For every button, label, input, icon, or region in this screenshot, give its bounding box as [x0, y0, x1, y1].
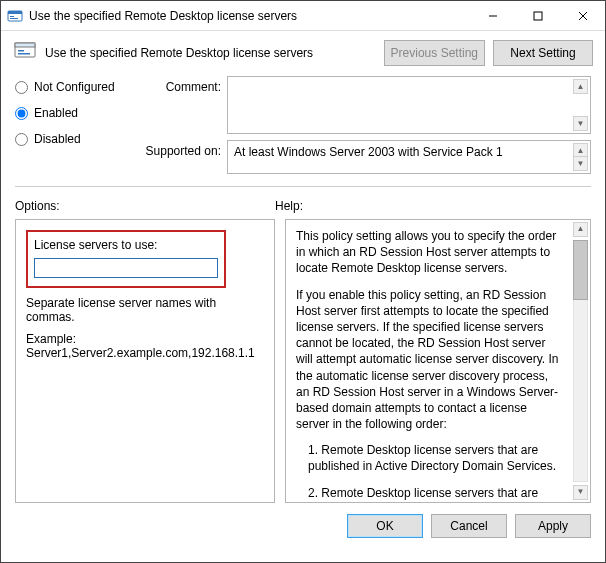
help-paragraph-1: This policy setting allows you to specif…: [296, 228, 562, 277]
svg-rect-10: [18, 50, 24, 52]
maximize-button[interactable]: [515, 1, 560, 30]
mid-body: License servers to use: Separate license…: [1, 219, 605, 503]
radio-not-configured-input[interactable]: [15, 81, 28, 94]
radio-not-configured[interactable]: Not Configured: [15, 80, 135, 94]
chevron-up-icon[interactable]: ▲: [573, 79, 588, 94]
help-list-item-1: 1. Remote Desktop license servers that a…: [296, 442, 562, 474]
chevron-up-icon[interactable]: ▲: [573, 222, 588, 237]
setting-icon: [13, 39, 37, 66]
help-heading: Help:: [275, 199, 591, 213]
chevron-down-icon[interactable]: ▼: [573, 116, 588, 131]
window-controls: [470, 1, 605, 30]
titlebar: Use the specified Remote Desktop license…: [1, 1, 605, 31]
previous-setting-button[interactable]: Previous Setting: [384, 40, 485, 66]
radio-disabled[interactable]: Disabled: [15, 132, 135, 146]
divider: [15, 186, 591, 187]
options-panel: License servers to use: Separate license…: [15, 219, 275, 503]
radio-disabled-label: Disabled: [34, 132, 81, 146]
chevron-down-icon[interactable]: ▼: [573, 485, 588, 500]
config-grid: Not Configured Enabled Disabled Comment:…: [1, 76, 605, 174]
comment-label: Comment:: [141, 76, 221, 134]
supported-on-text: At least Windows Server 2003 with Servic…: [234, 145, 503, 159]
radio-not-configured-label: Not Configured: [34, 80, 115, 94]
help-panel[interactable]: This policy setting allows you to specif…: [285, 219, 591, 503]
minimize-button[interactable]: [470, 1, 515, 30]
cancel-button[interactable]: Cancel: [431, 514, 507, 538]
radio-disabled-input[interactable]: [15, 133, 28, 146]
comment-textarea[interactable]: ▲ ▼: [227, 76, 591, 134]
chevron-down-icon[interactable]: ▼: [573, 156, 588, 171]
license-servers-input[interactable]: [34, 258, 218, 278]
svg-rect-1: [8, 11, 22, 14]
license-hint-1: Separate license server names with comma…: [26, 296, 264, 324]
next-setting-button[interactable]: Next Setting: [493, 40, 593, 66]
setting-title: Use the specified Remote Desktop license…: [45, 46, 376, 60]
svg-rect-5: [534, 12, 542, 20]
svg-rect-2: [10, 16, 14, 17]
apply-button[interactable]: Apply: [515, 514, 591, 538]
help-paragraph-2: If you enable this policy setting, an RD…: [296, 287, 562, 433]
svg-rect-9: [15, 43, 35, 47]
ok-button[interactable]: OK: [347, 514, 423, 538]
options-heading: Options:: [15, 199, 275, 213]
app-icon: [7, 8, 23, 24]
mid-section-header: Options: Help:: [1, 195, 605, 219]
dialog-footer: OK Cancel Apply: [1, 503, 605, 549]
gpo-editor-dialog: Use the specified Remote Desktop license…: [0, 0, 606, 563]
license-servers-label: License servers to use:: [34, 238, 218, 252]
setting-header: Use the specified Remote Desktop license…: [1, 31, 605, 76]
radio-enabled-input[interactable]: [15, 107, 28, 120]
radio-enabled-label: Enabled: [34, 106, 78, 120]
scrollbar-thumb[interactable]: [573, 240, 588, 300]
close-icon: [578, 11, 588, 21]
supported-on-label: Supported on:: [141, 140, 221, 174]
help-list-item-2: 2. Remote Desktop license servers that a…: [296, 485, 562, 503]
state-radio-group: Not Configured Enabled Disabled: [15, 76, 135, 174]
license-hint-2: Example: Server1,Server2.example.com,192…: [26, 332, 264, 360]
radio-enabled[interactable]: Enabled: [15, 106, 135, 120]
license-servers-highlight: License servers to use:: [26, 230, 226, 288]
close-button[interactable]: [560, 1, 605, 30]
svg-rect-3: [10, 18, 18, 19]
minimize-icon: [488, 11, 498, 21]
window-title: Use the specified Remote Desktop license…: [29, 9, 470, 23]
svg-rect-11: [18, 53, 30, 55]
supported-on-box: At least Windows Server 2003 with Servic…: [227, 140, 591, 174]
maximize-icon: [533, 11, 543, 21]
